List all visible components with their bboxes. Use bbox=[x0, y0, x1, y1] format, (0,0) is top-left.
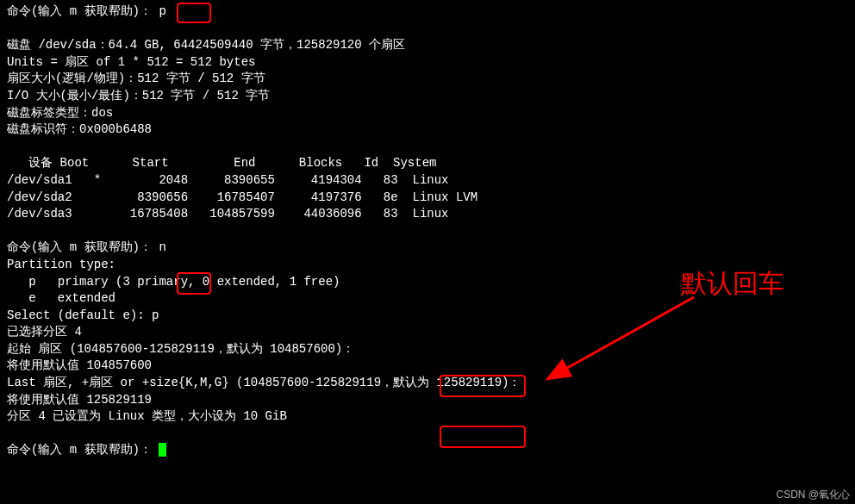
prompt-text: 命令(输入 m 获取帮助)： bbox=[7, 240, 152, 254]
annotation-default-enter: 默认回车 bbox=[681, 265, 784, 302]
disk-info: 磁盘 /dev/sda：64.4 GB, 64424509440 字节，1258… bbox=[7, 37, 848, 54]
use-default-last: 将使用默认值 125829119 bbox=[7, 392, 848, 409]
select-text: Select (default e): bbox=[7, 308, 152, 322]
io-size: I/O 大小(最小/最佳)：512 字节 / 512 字节 bbox=[7, 88, 848, 105]
prompt-text: 命令(输入 m 获取帮助)： bbox=[7, 443, 152, 457]
disk-identifier: 磁盘标识符：0x000b6488 bbox=[7, 121, 848, 139]
partition-row-2: /dev/sda2 8390656 16785407 4197376 8e Li… bbox=[7, 190, 848, 207]
blank bbox=[7, 223, 848, 240]
start-sector-prompt: 起始 扇区 (104857600-125829119，默认为 104857600… bbox=[7, 341, 848, 358]
terminal-cursor bbox=[159, 443, 166, 457]
sector-size: 扇区大小(逻辑/物理)：512 字节 / 512 字节 bbox=[7, 71, 848, 88]
use-default-start: 将使用默认值 104857600 bbox=[7, 358, 848, 375]
user-input-select-p: p bbox=[152, 308, 159, 322]
last-sector-prompt: Last 扇区, +扇区 or +size{K,M,G} (104857600-… bbox=[7, 375, 848, 392]
units-info: Units = 扇区 of 1 * 512 = 512 bytes bbox=[7, 54, 848, 72]
blank bbox=[7, 139, 848, 156]
fdisk-prompt-2: 命令(输入 m 获取帮助)： n bbox=[7, 240, 848, 257]
blank bbox=[7, 21, 848, 38]
partition-row-3: /dev/sda3 16785408 104857599 44036096 83… bbox=[7, 206, 848, 223]
fdisk-prompt-3[interactable]: 命令(输入 m 获取帮助)： bbox=[7, 442, 848, 459]
partition-result: 分区 4 已设置为 Linux 类型，大小设为 10 GiB bbox=[7, 408, 848, 426]
selected-partition: 已选择分区 4 bbox=[7, 324, 848, 341]
fdisk-prompt-1: 命令(输入 m 获取帮助)： p bbox=[7, 3, 848, 21]
disk-label-type: 磁盘标签类型：dos bbox=[7, 105, 848, 122]
prompt-text: 命令(输入 m 获取帮助)： bbox=[7, 4, 152, 18]
blank bbox=[7, 426, 848, 443]
user-input-p: p bbox=[159, 4, 165, 18]
select-prompt: Select (default e): p bbox=[7, 308, 848, 325]
user-input-n: n bbox=[159, 240, 165, 254]
partition-row-1: /dev/sda1 * 2048 8390655 4194304 83 Linu… bbox=[7, 172, 848, 190]
watermark: CSDN @氧化心 bbox=[776, 488, 850, 502]
partition-table-header: 设备 Boot Start End Blocks Id System bbox=[7, 155, 848, 172]
